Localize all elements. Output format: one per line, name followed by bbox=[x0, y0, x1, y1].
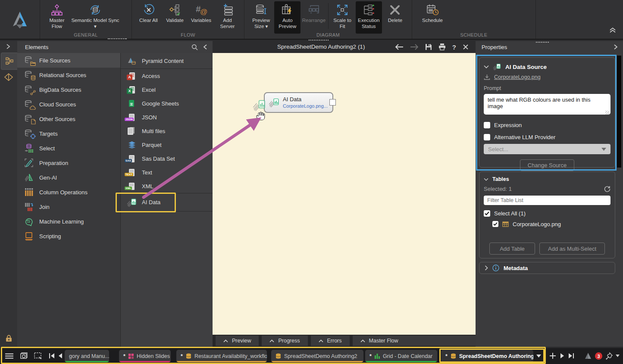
print-icon[interactable] bbox=[438, 44, 446, 50]
next-tab-icon[interactable] bbox=[560, 353, 565, 359]
snapshot-icon[interactable] bbox=[20, 352, 29, 360]
add-server-button[interactable]: Add Server bbox=[214, 1, 241, 34]
taskbar-tab-spreadsheetdemo-authoring2[interactable]: SpreadSheetDemo Authoring2 bbox=[271, 350, 363, 362]
element-category-file-sources[interactable]: File Sources bbox=[17, 53, 120, 68]
llm-provider-select[interactable]: Select... bbox=[484, 144, 610, 154]
file-source-item-json[interactable]: JSON JSON bbox=[121, 110, 213, 124]
more-caret-icon[interactable] bbox=[616, 355, 620, 357]
element-category-join[interactable]: Join bbox=[17, 199, 120, 214]
chevron-down-icon[interactable] bbox=[484, 65, 489, 68]
collapse-panel-chevron[interactable] bbox=[203, 44, 207, 50]
variables-button[interactable]: #@ Variables bbox=[188, 1, 214, 34]
pyramid-logo-icon bbox=[9, 8, 31, 31]
element-category-column-operations[interactable]: Column Operations bbox=[17, 185, 120, 199]
taskbar-tab-category[interactable]: gory and Manu... bbox=[65, 350, 109, 362]
filter-table-list-input[interactable] bbox=[484, 196, 610, 205]
schedule-button[interactable]: Schedule bbox=[419, 1, 446, 34]
chevron-down-icon[interactable] bbox=[484, 178, 488, 181]
delete-button[interactable]: Delete bbox=[382, 1, 408, 34]
textarea-resize-handle[interactable] bbox=[605, 111, 609, 115]
table-row-label[interactable]: CorporateLogo.png bbox=[513, 221, 561, 227]
element-category-scripting[interactable]: Scripting bbox=[17, 229, 120, 243]
tab-master-flow[interactable]: Master Flow bbox=[353, 336, 476, 346]
element-category-gen-ai[interactable]: Gen-AI bbox=[17, 170, 120, 185]
notification-badge[interactable]: 3 bbox=[595, 352, 602, 360]
element-category-targets[interactable]: Targets bbox=[17, 126, 120, 141]
ai-data-source-section: AI Data Source CorporateLogo.png Prompt … bbox=[479, 57, 615, 168]
prompt-textarea[interactable]: tell me what RGB colours are used in thi… bbox=[484, 94, 610, 115]
file-source-item-text[interactable]: TEXT Text bbox=[121, 165, 213, 179]
element-category-cloud-sources[interactable]: Cloud Sources bbox=[17, 97, 120, 112]
master-flow-button[interactable]: Master Flow bbox=[44, 1, 70, 34]
expression-checkbox[interactable] bbox=[484, 122, 490, 128]
alternative-llm-checkbox[interactable] bbox=[484, 134, 490, 140]
element-category-machine-learning[interactable]: Machine Learning bbox=[17, 214, 120, 229]
element-category-relational-sources[interactable]: Relational Sources bbox=[17, 68, 120, 82]
tab-preview[interactable]: Preview bbox=[216, 336, 259, 346]
node-output-connector[interactable] bbox=[329, 99, 336, 106]
back-icon[interactable] bbox=[395, 44, 404, 50]
database-icon bbox=[451, 353, 456, 359]
add-table-button[interactable]: Add Table bbox=[489, 243, 535, 255]
scale-to-fit-button[interactable]: Scale to Fit bbox=[329, 1, 356, 34]
elements-list: File Sources Relational Sources BigData … bbox=[17, 53, 121, 347]
gen-ai-icon bbox=[24, 173, 34, 182]
menu-icon[interactable] bbox=[5, 353, 13, 359]
tab-dropdown-caret[interactable] bbox=[536, 355, 541, 358]
file-source-item-parquet[interactable]: Parquet bbox=[121, 138, 213, 152]
select-all-checkbox[interactable] bbox=[484, 210, 490, 217]
search-icon[interactable] bbox=[191, 44, 198, 50]
new-tab-icon[interactable] bbox=[549, 352, 556, 359]
taskbar-tab-hidden-slides[interactable]: * Hidden Slides bbox=[119, 350, 171, 362]
refresh-icon[interactable] bbox=[604, 186, 610, 192]
prompt-label: Prompt bbox=[484, 85, 610, 91]
select-window-icon[interactable] bbox=[34, 352, 43, 360]
semantic-model-sync-button[interactable]: Semantic Model Sync ▾ bbox=[70, 1, 120, 34]
download-icon[interactable] bbox=[484, 74, 490, 80]
help-icon[interactable]: ? bbox=[452, 44, 456, 51]
taskbar-tab-restaurant-availability[interactable]: * Restaurant Availability_workflow bbox=[176, 350, 267, 362]
expand-panel-chevron[interactable] bbox=[5, 43, 11, 50]
source-file-link[interactable]: CorporateLogo.png bbox=[494, 74, 541, 80]
save-icon[interactable] bbox=[425, 44, 432, 50]
rail-tab-model[interactable] bbox=[3, 72, 14, 82]
metadata-section[interactable]: Metadata bbox=[479, 262, 615, 274]
element-category-other-sources[interactable]: Other Sources bbox=[17, 112, 120, 126]
element-category-select[interactable]: Select bbox=[17, 141, 120, 156]
pin-icon[interactable] bbox=[605, 352, 613, 360]
preview-size-button[interactable]: Preview Size ▾ bbox=[248, 1, 274, 34]
taskbar-tab-grid-date-calendar[interactable]: * Grid - Date Calendar bbox=[365, 350, 437, 362]
file-source-item-excel[interactable]: X Excel bbox=[121, 83, 213, 96]
close-icon[interactable] bbox=[463, 44, 469, 50]
last-tab-icon[interactable] bbox=[568, 353, 574, 359]
pyramid-small-icon[interactable] bbox=[584, 352, 592, 360]
file-source-item-multi-files[interactable]: Multi files bbox=[121, 124, 213, 138]
file-source-item-access[interactable]: A Access bbox=[121, 69, 213, 83]
file-source-item-pyramid-content[interactable]: Pyramid Content bbox=[121, 53, 213, 68]
first-tab-icon[interactable] bbox=[49, 353, 55, 359]
canvas[interactable]: AI Data CorporateLogo.png... bbox=[213, 53, 476, 335]
add-as-multi-select-button[interactable]: Add as Multi-Select bbox=[539, 243, 605, 255]
previous-tab-icon[interactable] bbox=[58, 353, 63, 359]
ribbon-collapse-button[interactable] bbox=[608, 27, 617, 33]
validate-button[interactable]: Validate bbox=[162, 1, 188, 34]
file-source-item-sas-data-set[interactable]: SAS Sas Data Set bbox=[121, 152, 213, 165]
tab-errors[interactable]: Errors bbox=[311, 336, 350, 346]
auto-preview-button[interactable]: Auto Preview bbox=[274, 1, 301, 34]
collapse-properties-chevron[interactable] bbox=[614, 44, 623, 50]
taskbar-tab-spreadsheetdemo-authoring-active[interactable]: * SpreadSheetDemo Authoring... bbox=[441, 350, 533, 362]
rail-tab-dataflow[interactable] bbox=[1, 53, 18, 70]
table-row-checkbox[interactable] bbox=[492, 221, 498, 227]
ai-data-node[interactable]: AI Data CorporateLogo.png... bbox=[264, 92, 333, 113]
execution-status-button[interactable]: Execution Status bbox=[356, 1, 382, 34]
file-source-item-xml[interactable]: XML XML bbox=[121, 179, 213, 193]
element-category-bigdata-sources[interactable]: BigData Sources bbox=[17, 82, 120, 97]
file-source-item-google-sheets[interactable]: Google Sheets bbox=[121, 96, 213, 110]
element-category-preparation[interactable]: Preparation bbox=[17, 156, 120, 170]
clear-all-button[interactable]: Clear All bbox=[135, 1, 162, 34]
change-source-button[interactable]: Change Source bbox=[520, 159, 574, 171]
file-source-item-ai-data[interactable]: AI Data bbox=[121, 193, 213, 211]
text-icon: TEXT bbox=[127, 168, 137, 177]
lock-icon bbox=[6, 335, 12, 342]
tab-progress[interactable]: Progress bbox=[262, 336, 307, 346]
